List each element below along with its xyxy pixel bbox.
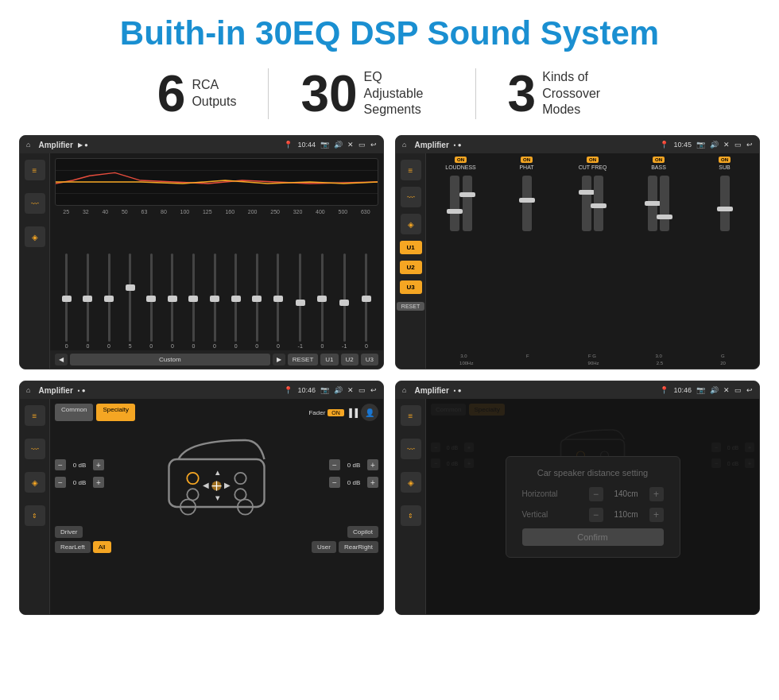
- close-icon[interactable]: ✕: [347, 141, 354, 149]
- eq-ctrl-2[interactable]: 〰: [25, 193, 45, 214]
- eq-reset-btn[interactable]: RESET: [288, 354, 319, 365]
- fader-back-icon[interactable]: ↩: [370, 386, 377, 394]
- eq-slider-0[interactable]: 0: [65, 253, 68, 349]
- xover-screen-body: ≡ 〰 ◈ U1 U2 U3 RESET ON LOUDNESS: [396, 153, 759, 369]
- dist-back-icon[interactable]: ↩: [746, 386, 753, 394]
- db-val-bl: 0 dB: [68, 479, 91, 486]
- db-plus-tr[interactable]: +: [367, 459, 378, 470]
- eq-slider-2[interactable]: 0: [107, 253, 110, 349]
- home-icon[interactable]: ⌂: [26, 141, 30, 149]
- window-icon[interactable]: ▭: [358, 141, 366, 149]
- eq-slider-1[interactable]: 0: [86, 253, 89, 349]
- fader-main: Common Specialty Fader ON ▐▐ 👤 −: [50, 399, 383, 614]
- fader-ctrl-4[interactable]: ⇕: [25, 505, 45, 526]
- xover-u3-btn[interactable]: U3: [400, 280, 422, 294]
- db-plus-br[interactable]: +: [367, 477, 378, 488]
- dist-close-icon[interactable]: ✕: [723, 386, 730, 394]
- dist-window-icon[interactable]: ▭: [734, 386, 742, 394]
- dist-ctrl-4[interactable]: ⇕: [401, 505, 421, 526]
- db-minus-br[interactable]: −: [329, 477, 340, 488]
- dist-ctrl-2[interactable]: 〰: [401, 439, 421, 459]
- tab-common[interactable]: Common: [55, 404, 93, 421]
- eq-left-controls: ≡ 〰 ◈: [20, 153, 50, 369]
- eq-prev-btn[interactable]: ◀: [55, 354, 68, 365]
- xover-window-icon[interactable]: ▭: [734, 141, 742, 149]
- fader-window-icon[interactable]: ▭: [358, 386, 366, 394]
- btn-user[interactable]: User: [312, 541, 336, 553]
- fader-ctrl-3[interactable]: ◈: [25, 472, 45, 493]
- eq-slider-8[interactable]: 0: [234, 253, 238, 349]
- db-minus-tr[interactable]: −: [329, 459, 340, 470]
- xover-ctrl-2[interactable]: 〰: [401, 187, 421, 207]
- xover-home-icon[interactable]: ⌂: [402, 141, 406, 149]
- db-minus-tl[interactable]: −: [55, 459, 66, 470]
- xover-ch-cutfreq: ON CUT FREQ: [561, 157, 624, 351]
- dist-screen-body: ≡ 〰 ◈ ⇕ Common Specialty − 0: [396, 399, 759, 614]
- eq-slider-6[interactable]: 0: [192, 253, 196, 349]
- eq-u1-btn[interactable]: U1: [320, 354, 338, 365]
- eq-slider-9[interactable]: 0: [255, 253, 258, 349]
- eq-next-btn[interactable]: ▶: [273, 354, 285, 365]
- eq-slider-7[interactable]: 0: [213, 253, 216, 349]
- fader-home-icon[interactable]: ⌂: [26, 386, 30, 394]
- phat-on[interactable]: ON: [521, 157, 533, 163]
- horizontal-plus-btn[interactable]: +: [649, 487, 664, 501]
- xover-back-icon[interactable]: ↩: [746, 141, 753, 149]
- btn-driver[interactable]: Driver: [55, 526, 83, 538]
- db-minus-bl[interactable]: −: [55, 477, 66, 488]
- eq-u2-btn[interactable]: U2: [341, 354, 358, 365]
- eq-ctrl-1[interactable]: ≡: [25, 160, 45, 180]
- settings-icon[interactable]: 👤: [361, 404, 378, 421]
- sub-on[interactable]: ON: [719, 157, 731, 163]
- fader-close-icon[interactable]: ✕: [347, 386, 354, 394]
- db-plus-tl[interactable]: +: [93, 459, 104, 470]
- eq-slider-14[interactable]: 0: [365, 253, 368, 349]
- fader-tabs: Common Specialty Fader ON ▐▐ 👤: [55, 404, 378, 421]
- btn-copilot[interactable]: Copilot: [347, 526, 378, 538]
- svg-text:▶: ▶: [224, 481, 231, 489]
- bass-on[interactable]: ON: [653, 157, 665, 163]
- vertical-minus-btn[interactable]: −: [589, 508, 603, 522]
- fader-dots: ▪ ●: [78, 387, 86, 394]
- eq-u3-btn[interactable]: U3: [361, 354, 378, 365]
- eq-slider-12[interactable]: 0: [320, 253, 324, 349]
- eq-slider-5[interactable]: 0: [171, 253, 174, 349]
- svg-text:▼: ▼: [214, 493, 222, 502]
- dist-ctrl-3[interactable]: ◈: [401, 472, 421, 493]
- fader-ctrl-1[interactable]: ≡: [25, 405, 45, 426]
- db-ctrl-tl: − 0 dB +: [55, 459, 104, 470]
- xover-ch-phat: ON PHAT: [495, 157, 558, 351]
- dist-ctrl-1[interactable]: ≡: [401, 405, 421, 426]
- xover-ctrl-1[interactable]: ≡: [401, 160, 421, 180]
- horizontal-minus-btn[interactable]: −: [589, 487, 603, 501]
- fader-on-btn[interactable]: ON: [327, 409, 344, 416]
- loudness-on[interactable]: ON: [455, 157, 467, 163]
- fader-ctrl-2[interactable]: 〰: [25, 439, 45, 459]
- db-plus-bl[interactable]: +: [93, 477, 104, 488]
- fader-screen-title: Amplifier: [38, 386, 72, 395]
- eq-slider-3[interactable]: 5: [129, 253, 132, 349]
- cutfreq-on[interactable]: ON: [587, 157, 599, 163]
- play-icon[interactable]: ▶ ●: [78, 141, 88, 149]
- btn-all[interactable]: All: [93, 541, 111, 553]
- vertical-ctrl: − 110cm +: [589, 508, 664, 522]
- xover-u1-btn[interactable]: U1: [400, 241, 422, 254]
- confirm-button[interactable]: Confirm: [522, 528, 664, 546]
- vertical-plus-btn[interactable]: +: [649, 508, 664, 522]
- eq-slider-4[interactable]: 0: [149, 253, 153, 349]
- btn-rearleft[interactable]: RearLeft: [55, 541, 91, 553]
- xover-close-icon[interactable]: ✕: [723, 141, 730, 149]
- dist-home-icon[interactable]: ⌂: [402, 386, 406, 394]
- btn-rearright[interactable]: RearRight: [339, 541, 378, 553]
- dist-screen-title: Amplifier: [414, 386, 448, 395]
- eq-slider-10[interactable]: 0: [277, 253, 280, 349]
- eq-slider-13[interactable]: -1: [342, 253, 347, 349]
- xover-ch-sub: ON SUB: [693, 157, 756, 351]
- xover-reset-btn[interactable]: RESET: [397, 302, 424, 311]
- eq-slider-11[interactable]: -1: [298, 253, 303, 349]
- tab-specialty[interactable]: Specialty: [96, 404, 134, 421]
- eq-ctrl-3[interactable]: ◈: [25, 226, 45, 247]
- xover-u2-btn[interactable]: U2: [400, 261, 422, 274]
- xover-ctrl-3[interactable]: ◈: [401, 214, 421, 234]
- back-icon[interactable]: ↩: [370, 141, 377, 149]
